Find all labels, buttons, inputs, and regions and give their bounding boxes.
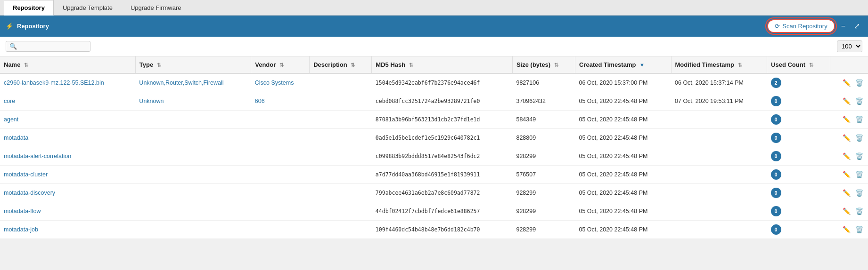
table-row: agent 87081a3b96bf563213d1cb2c37fd1e1d 5… xyxy=(0,111,868,129)
cell-created: 05 Oct, 2020 22:45:48 PM xyxy=(575,184,671,202)
cell-vendor xyxy=(251,184,310,202)
cell-type xyxy=(135,166,251,184)
delete-button[interactable]: 🗑️ xyxy=(854,188,864,198)
table-row: motadata-alert-correlation c099883b92bdd… xyxy=(0,147,868,166)
expand-button[interactable]: ⤢ xyxy=(852,21,862,32)
cell-actions: ✏️ 🗑️ xyxy=(830,147,868,166)
cell-name: motadata-job xyxy=(0,221,135,239)
cell-type xyxy=(135,147,251,166)
sort-icon-modified: ⇅ xyxy=(738,62,742,68)
sort-icon-created: ▼ xyxy=(639,62,645,68)
cell-md5hash: 0ad5e1d5be1cdef1e5c1929c640782c1 xyxy=(372,129,513,147)
col-modified[interactable]: Modified Timestamp ⇅ xyxy=(671,56,767,73)
edit-button[interactable]: ✏️ xyxy=(842,151,852,161)
cell-actions: ✏️ 🗑️ xyxy=(830,73,868,92)
cell-modified xyxy=(671,111,767,129)
cell-modified xyxy=(671,202,767,221)
cell-vendor: 606 xyxy=(251,92,310,111)
search-input[interactable] xyxy=(19,43,85,50)
cell-md5hash: a7d77dd40aa368bd46915e1f81939911 xyxy=(372,166,513,184)
delete-button[interactable]: 🗑️ xyxy=(854,133,864,143)
cell-created: 05 Oct, 2020 22:45:48 PM xyxy=(575,202,671,221)
used-count-badge: 0 xyxy=(771,188,781,198)
tab-repository[interactable]: Repository xyxy=(4,0,54,16)
cell-used-count: 2 xyxy=(767,73,830,92)
cell-md5hash: 44dbf02412f7cbdbf7fedce61e886257 xyxy=(372,202,513,221)
repository-table: Name ⇅ Type ⇅ Vendor ⇅ Description ⇅ MD5… xyxy=(0,56,868,239)
cell-modified xyxy=(671,221,767,239)
cell-size: 576507 xyxy=(512,166,575,184)
cell-md5hash: 109f4460dc54b48b48e7b6dd182c4b70 xyxy=(372,221,513,239)
cell-type xyxy=(135,221,251,239)
cell-md5hash: 799abcee4631a6eb2a7e8c609ad77872 xyxy=(372,184,513,202)
delete-button[interactable]: 🗑️ xyxy=(854,151,864,161)
minimize-button[interactable]: − xyxy=(839,21,848,32)
cell-created: 05 Oct, 2020 22:45:48 PM xyxy=(575,147,671,166)
edit-button[interactable]: ✏️ xyxy=(842,96,852,106)
cell-name: motadata-cluster xyxy=(0,166,135,184)
cell-actions: ✏️ 🗑️ xyxy=(830,166,868,184)
delete-button[interactable]: 🗑️ xyxy=(854,206,864,216)
search-icon: 🔍 xyxy=(9,43,17,50)
edit-button[interactable]: ✏️ xyxy=(842,170,852,179)
used-count-badge: 0 xyxy=(771,206,781,216)
cell-used-count: 0 xyxy=(767,166,830,184)
col-used-count[interactable]: Used Count ⇅ xyxy=(767,56,830,73)
edit-button[interactable]: ✏️ xyxy=(842,206,852,216)
sort-icon-description: ⇅ xyxy=(351,62,355,68)
table-row: c2960-lanbasek9-mz.122-55.SE12.bin Unkno… xyxy=(0,73,868,92)
edit-button[interactable]: ✏️ xyxy=(842,225,852,234)
cell-modified xyxy=(671,166,767,184)
used-count-badge: 0 xyxy=(771,114,781,125)
action-icons: ✏️ 🗑️ xyxy=(834,170,864,179)
table-row: motadata-discovery 799abcee4631a6eb2a7e8… xyxy=(0,184,868,202)
delete-button[interactable]: 🗑️ xyxy=(854,225,864,234)
delete-button[interactable]: 🗑️ xyxy=(854,78,864,87)
cell-vendor xyxy=(251,166,310,184)
cell-description xyxy=(310,202,372,221)
delete-button[interactable]: 🗑️ xyxy=(854,115,864,124)
col-type[interactable]: Type ⇅ xyxy=(135,56,251,73)
col-description[interactable]: Description ⇅ xyxy=(310,56,372,73)
cell-description xyxy=(310,129,372,147)
col-md5hash[interactable]: MD5 Hash ⇅ xyxy=(372,56,513,73)
cell-name: motadata-alert-correlation xyxy=(0,147,135,166)
cell-used-count: 0 xyxy=(767,92,830,111)
cell-name: core xyxy=(0,92,135,111)
tab-upgrade-firmware[interactable]: Upgrade Firmware xyxy=(122,0,190,15)
col-vendor[interactable]: Vendor ⇅ xyxy=(251,56,310,73)
cell-used-count: 0 xyxy=(767,221,830,239)
action-icons: ✏️ 🗑️ xyxy=(834,115,864,124)
scan-repository-button[interactable]: ⟳ Scan Repository xyxy=(767,19,835,33)
delete-button[interactable]: 🗑️ xyxy=(854,96,864,106)
action-icons: ✏️ 🗑️ xyxy=(834,225,864,234)
used-count-badge: 0 xyxy=(771,224,781,235)
edit-button[interactable]: ✏️ xyxy=(842,115,852,124)
cell-vendor xyxy=(251,221,310,239)
col-size[interactable]: Size (bytes) ⇅ xyxy=(512,56,575,73)
cell-vendor xyxy=(251,202,310,221)
cell-type: Unknown,Router,Switch,Firewall xyxy=(135,73,251,92)
edit-button[interactable]: ✏️ xyxy=(842,188,852,198)
action-icons: ✏️ 🗑️ xyxy=(834,188,864,198)
lightning-icon: ⚡ xyxy=(6,23,13,30)
cell-used-count: 0 xyxy=(767,184,830,202)
tab-upgrade-template[interactable]: Upgrade Template xyxy=(54,0,122,15)
col-created[interactable]: Created Timestamp ▼ xyxy=(575,56,671,73)
edit-button[interactable]: ✏️ xyxy=(842,78,852,87)
cell-actions: ✏️ 🗑️ xyxy=(830,221,868,239)
used-count-badge: 0 xyxy=(771,151,781,161)
cell-size: 9827106 xyxy=(512,73,575,92)
col-name[interactable]: Name ⇅ xyxy=(0,56,135,73)
sort-icon-used-count: ⇅ xyxy=(809,62,813,68)
delete-button[interactable]: 🗑️ xyxy=(854,170,864,179)
edit-button[interactable]: ✏️ xyxy=(842,133,852,143)
cell-actions: ✏️ 🗑️ xyxy=(830,129,868,147)
cell-description xyxy=(310,184,372,202)
cell-vendor xyxy=(251,111,310,129)
cell-name: agent xyxy=(0,111,135,129)
action-icons: ✏️ 🗑️ xyxy=(834,133,864,143)
cell-description xyxy=(310,221,372,239)
cell-description xyxy=(310,166,372,184)
page-size-select[interactable]: 25 50 100 250 xyxy=(837,40,862,52)
